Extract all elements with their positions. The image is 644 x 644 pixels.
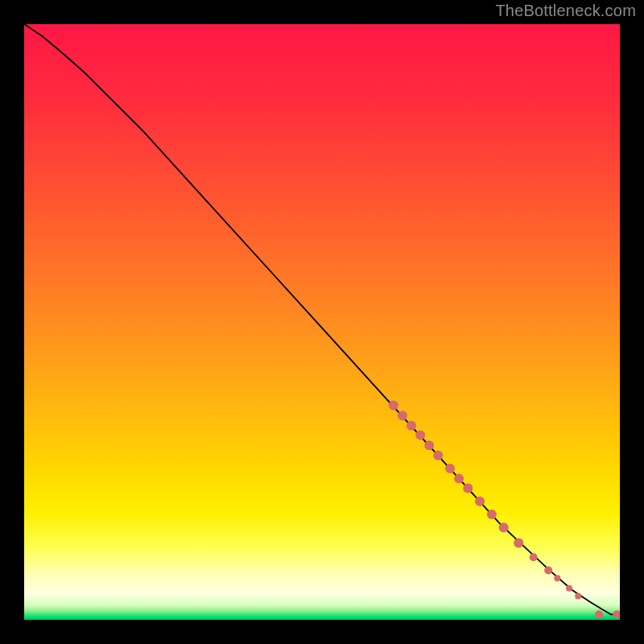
chart-overlay xyxy=(24,24,620,620)
data-point xyxy=(445,464,455,473)
data-point xyxy=(407,421,416,431)
data-point xyxy=(463,483,473,493)
data-point xyxy=(554,575,560,581)
data-point xyxy=(487,510,497,519)
attribution-label: TheBottleneck.com xyxy=(495,2,636,20)
data-point xyxy=(514,539,523,548)
data-point xyxy=(454,474,464,484)
data-point xyxy=(475,497,485,506)
data-point xyxy=(566,585,572,592)
data-point xyxy=(415,431,425,440)
curve-line xyxy=(24,24,620,614)
data-point xyxy=(389,401,398,411)
data-point xyxy=(530,553,538,561)
chart-frame: TheBottleneck.com xyxy=(0,0,644,644)
data-markers xyxy=(389,401,620,619)
data-point xyxy=(544,567,552,575)
data-point xyxy=(424,440,434,450)
data-point xyxy=(613,610,620,618)
data-point xyxy=(398,411,407,420)
plot-area xyxy=(24,24,620,620)
data-point xyxy=(433,451,443,460)
data-point xyxy=(595,610,603,618)
data-point xyxy=(575,592,581,599)
data-point xyxy=(499,522,509,532)
